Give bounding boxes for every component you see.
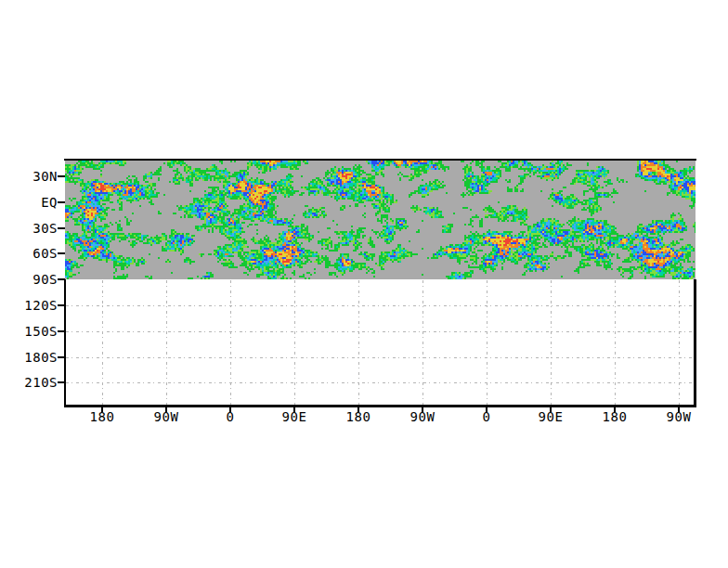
y-tick-label: 60S: [7, 246, 58, 261]
shaded-field-canvas: [65, 161, 696, 279]
y-tick-mark: [58, 201, 65, 203]
y-tick-mark: [58, 304, 65, 306]
grads-heatmap-figure: 30NEQ30S60S90S120S150S180S210S 18090W090…: [0, 0, 728, 568]
h-gridline: [66, 305, 694, 306]
v-gridline: [294, 280, 295, 405]
v-gridline: [551, 280, 552, 405]
y-tick-label: 120S: [7, 298, 58, 313]
y-tick-label: 30S: [7, 221, 58, 236]
x-tick-label: 0: [458, 409, 515, 424]
y-tick-mark: [58, 227, 65, 229]
x-tick-label: 180: [330, 409, 387, 424]
y-tick-label: EQ: [7, 195, 58, 210]
y-tick-mark: [58, 278, 65, 280]
x-tick-label: 90W: [650, 409, 708, 424]
x-tick-label: 90W: [394, 409, 451, 424]
v-gridline: [358, 280, 359, 405]
plot-frame-right-line: [694, 279, 696, 407]
v-gridline: [422, 280, 423, 405]
x-tick-label: 180: [73, 409, 131, 424]
x-tick-label: 90E: [522, 409, 579, 424]
v-gridline: [487, 280, 488, 405]
v-gridline: [615, 280, 616, 405]
h-gridline: [66, 357, 694, 358]
v-gridline: [230, 280, 231, 405]
v-gridline: [102, 280, 103, 405]
y-tick-label: 30N: [7, 169, 58, 184]
x-tick-label: 0: [202, 409, 259, 424]
y-tick-mark: [58, 381, 65, 383]
x-axis-line: [64, 405, 696, 407]
h-gridline: [66, 331, 694, 332]
y-tick-mark: [58, 330, 65, 332]
x-tick-label: 90E: [266, 409, 323, 424]
plot-frame-left-line: [64, 279, 66, 407]
y-tick-label: 150S: [7, 324, 58, 339]
y-tick-label: 210S: [7, 375, 58, 390]
v-gridline: [679, 280, 680, 405]
v-gridline: [166, 280, 167, 405]
x-tick-label: 180: [586, 409, 644, 424]
y-tick-mark: [58, 356, 65, 358]
h-gridline: [66, 382, 694, 383]
x-tick-label: 90W: [137, 409, 195, 424]
y-tick-mark: [58, 175, 65, 177]
y-tick-mark: [58, 252, 65, 254]
y-tick-label: 180S: [7, 350, 58, 365]
y-tick-label: 90S: [7, 272, 58, 287]
